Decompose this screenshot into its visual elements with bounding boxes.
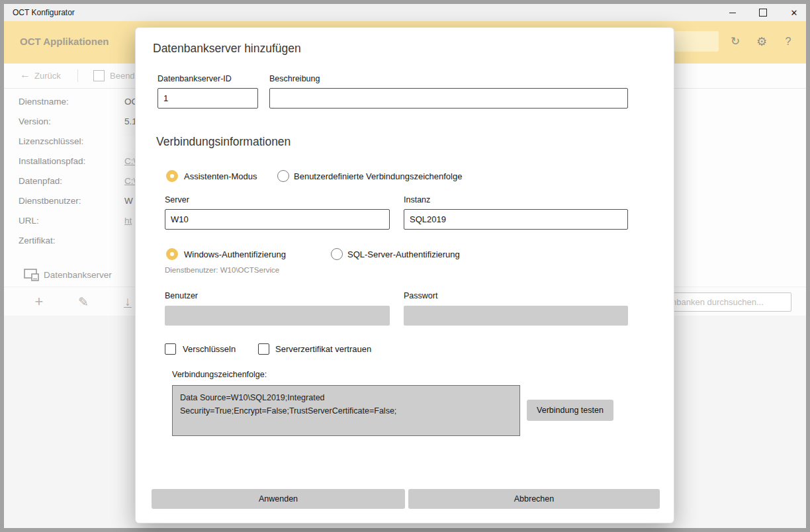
add-button[interactable]: +	[29, 292, 49, 311]
server-label: Server	[165, 195, 189, 204]
test-connection-button[interactable]: Verbindung testen	[527, 400, 613, 421]
id-label: Datenbankserver-ID	[158, 74, 232, 83]
custom-connstring-label[interactable]: Benutzerdefinierte Verbindungszeichenfol…	[294, 171, 462, 181]
info-label: Zertifikat:	[19, 236, 56, 245]
url-link[interactable]: ht	[124, 216, 132, 226]
titlebar: OCT Konfigurator ✕	[4, 4, 806, 21]
info-label: Installationspfad:	[19, 156, 85, 166]
passwort-label: Passwort	[404, 291, 437, 300]
server-input[interactable]	[165, 209, 390, 230]
beschreibung-label: Beschreibung	[269, 74, 320, 83]
data-path-link[interactable]: C:\	[124, 176, 136, 186]
refresh-icon[interactable]: ↻	[727, 33, 744, 50]
add-icon: +	[35, 293, 44, 310]
close-icon: ✕	[791, 8, 798, 18]
connstring-value: Data Source=W10\SQL2019;Integrated Secur…	[172, 385, 520, 436]
encrypt-label[interactable]: Verschlüsseln	[183, 344, 236, 354]
back-button[interactable]: Zurück	[34, 71, 61, 81]
windows-auth-label[interactable]: Windows-Authentifizierung	[184, 249, 286, 259]
add-databaseserver-dialog: Datenbankserver hinzufügen Datenbankserv…	[135, 27, 674, 523]
monitor-icon	[24, 269, 40, 285]
apply-button[interactable]: Anwenden	[152, 489, 405, 509]
info-label: Dienstbenutzer:	[19, 196, 81, 206]
info-label: Lizenzschlüssel:	[19, 136, 83, 146]
trust-cert-label[interactable]: Serverzertifikat vertrauen	[275, 344, 371, 354]
tab-label: Datenbankserver	[44, 270, 112, 280]
app-window: OCT Konfigurator ✕ OCT Applikationen ↻ ⚙…	[0, 0, 810, 532]
encrypt-checkbox[interactable]	[165, 343, 176, 355]
minimize-icon	[729, 13, 736, 13]
instanz-input[interactable]	[404, 209, 628, 230]
wizard-mode-radio[interactable]	[166, 170, 178, 182]
info-label: Version:	[19, 116, 51, 126]
id-input[interactable]	[158, 88, 258, 109]
passwort-input-disabled	[404, 306, 628, 326]
minimize-button[interactable]	[721, 4, 744, 21]
connstring-label: Verbindungszeichenfolge:	[172, 370, 267, 379]
instanz-label: Instanz	[404, 195, 430, 204]
maximize-button[interactable]	[752, 4, 774, 21]
beschreibung-input[interactable]	[269, 88, 628, 109]
help-icon[interactable]: ?	[780, 33, 797, 50]
wizard-mode-label[interactable]: Assistenten-Modus	[184, 171, 257, 181]
edit-icon: ✎	[78, 294, 89, 310]
service-user-note: Dienstbenutzer: W10\OCTService	[165, 266, 279, 274]
benutzer-label: Benutzer	[165, 291, 198, 300]
close-button[interactable]: ✕	[783, 4, 805, 21]
info-label: Datenpfad:	[19, 176, 62, 186]
stop-service-checkbox[interactable]	[93, 70, 105, 81]
import-icon: ↓	[124, 294, 131, 308]
windows-auth-radio[interactable]	[166, 248, 178, 260]
custom-connstring-radio[interactable]	[277, 170, 289, 182]
license-key-field[interactable]	[122, 136, 136, 153]
stop-service-label: Beend	[110, 71, 135, 81]
info-label: URL:	[19, 216, 39, 226]
page-title: OCT Applikationen	[20, 36, 109, 47]
section-title: Verbindungsinformationen	[156, 135, 291, 149]
maximize-icon	[759, 9, 767, 17]
gear-icon[interactable]: ⚙	[753, 33, 770, 50]
info-value: W	[124, 196, 133, 206]
back-arrow-icon[interactable]: ←	[20, 69, 30, 81]
sql-auth-label[interactable]: SQL-Server-Authentifizierung	[347, 249, 460, 259]
sql-auth-radio[interactable]	[331, 248, 343, 260]
cancel-button[interactable]: Abbrechen	[408, 489, 660, 509]
benutzer-input-disabled	[165, 306, 390, 326]
database-search-input[interactable]	[654, 292, 791, 312]
install-path-link[interactable]: C:\	[124, 156, 136, 166]
info-label: Dienstname:	[19, 97, 69, 107]
window-title: OCT Konfigurator	[13, 8, 75, 17]
edit-button[interactable]: ✎	[73, 292, 93, 311]
divider	[77, 69, 78, 82]
dialog-title: Datenbankserver hinzufügen	[153, 42, 301, 56]
trust-cert-checkbox[interactable]	[258, 343, 269, 355]
